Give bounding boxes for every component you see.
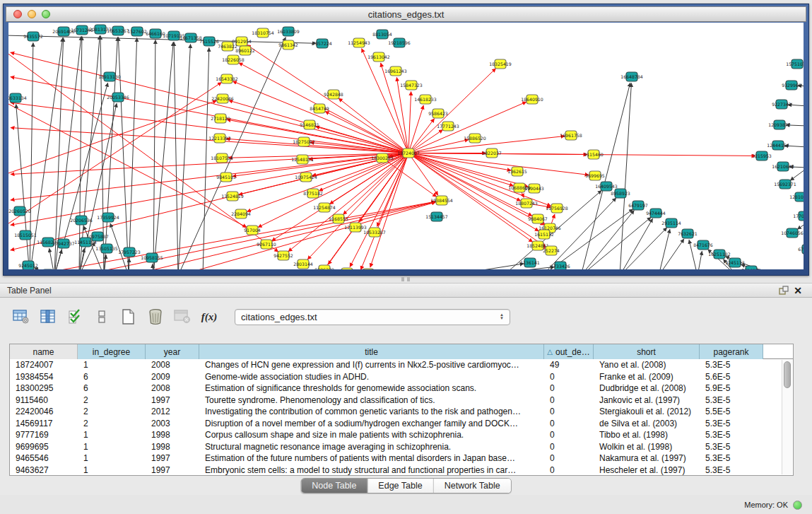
graph-node[interactable]: 18515051: [14, 230, 37, 240]
reference-edge[interactable]: [542, 209, 633, 269]
reference-edge[interactable]: [698, 251, 702, 269]
tab-node-table[interactable]: Node Table: [301, 479, 367, 493]
graph-node[interactable]: 8960122: [235, 46, 255, 55]
graph-node[interactable]: 9245113: [725, 258, 745, 267]
graph-node[interactable]: 10653267: [107, 26, 129, 35]
graph-node[interactable]: 20260520: [8, 206, 31, 216]
graph-node[interactable]: 3215953: [752, 151, 772, 160]
table-row[interactable]: 1938455462009Genome-wide association stu…: [10, 371, 793, 383]
graph-node[interactable]: 16409543: [595, 182, 618, 191]
graph-node[interactable]: 8822037: [482, 148, 502, 158]
graph-node[interactable]: 8471676: [693, 240, 713, 250]
column-header-title[interactable]: title: [199, 344, 544, 359]
float-panel-icon[interactable]: [777, 285, 791, 296]
citation-edge[interactable]: [408, 153, 755, 156]
graph-node[interactable]: 11254874: [313, 203, 336, 212]
graph-node[interactable]: 14618233: [414, 95, 437, 104]
column-header-in_degree[interactable]: in_degree: [78, 344, 146, 359]
reference-edge[interactable]: [797, 222, 804, 229]
graph-node[interactable]: 9227342: [772, 100, 792, 109]
citation-edge[interactable]: [11, 103, 408, 153]
graph-node[interactable]: 19756928: [546, 204, 568, 213]
graph-node[interactable]: 2718120: [211, 114, 230, 123]
select-mode-icon[interactable]: [65, 308, 85, 326]
show-columns-icon[interactable]: [38, 308, 58, 326]
graph-node[interactable]: 10958155: [141, 253, 163, 262]
graph-node[interactable]: 2284094: [231, 209, 251, 218]
citation-edge[interactable]: [8, 51, 278, 252]
scrollbar-thumb[interactable]: [784, 361, 791, 388]
graph-node[interactable]: 10688609: [508, 183, 531, 192]
graph-node[interactable]: 20206536: [70, 216, 93, 225]
table-row[interactable]: 911546021997Tourette syndrome. Phenomeno…: [10, 395, 793, 407]
graph-node[interactable]: 8958923: [611, 189, 630, 198]
graph-node[interactable]: 18807243: [515, 199, 538, 208]
function-builder-icon[interactable]: f(x): [199, 308, 219, 326]
graph-node[interactable]: 16961758: [560, 131, 582, 140]
table-row[interactable]: 2242004622012Investigating the contribut…: [10, 406, 793, 418]
graph-node[interactable]: 15886520: [464, 134, 486, 143]
citation-edge[interactable]: [381, 63, 408, 153]
graph-node[interactable]: 10746056: [781, 228, 804, 238]
table-row[interactable]: 1456911722003Disruption of a novel membe…: [10, 418, 793, 430]
reference-edge[interactable]: [447, 264, 524, 269]
graph-node[interactable]: 19218596: [388, 38, 411, 47]
reference-edge[interactable]: [129, 258, 129, 269]
graph-node[interactable]: 7463822: [218, 42, 237, 51]
graph-node[interactable]: 7694086: [741, 266, 761, 269]
graph-node[interactable]: 2935114: [661, 218, 681, 228]
graph-node[interactable]: 16961243: [384, 66, 407, 76]
reference-edge[interactable]: [581, 217, 651, 269]
graph-node[interactable]: 9242848: [324, 90, 343, 99]
citation-edge[interactable]: [11, 77, 408, 153]
reference-edge[interactable]: [79, 36, 82, 269]
graph-node[interactable]: 9845103: [216, 173, 236, 182]
reference-edge[interactable]: [659, 239, 684, 269]
graph-node[interactable]: 12548131: [291, 155, 314, 164]
reference-edge[interactable]: [475, 267, 554, 269]
graph-node[interactable]: 8186328: [314, 265, 334, 269]
graph-node[interactable]: 1615132: [534, 230, 554, 239]
graph-node[interactable]: 14671358: [180, 33, 202, 42]
citation-edge[interactable]: [339, 98, 408, 153]
table-row[interactable]: 969969511998Structural magnetic resonanc…: [10, 441, 793, 453]
reference-edge[interactable]: [178, 37, 286, 269]
column-header-out_de[interactable]: △out_de…: [544, 344, 594, 359]
graph-node[interactable]: 6794086: [798, 245, 804, 254]
graph-node[interactable]: 18325419: [489, 59, 512, 69]
tab-edge-table[interactable]: Edge Table: [367, 479, 433, 493]
reference-edge[interactable]: [174, 42, 178, 269]
graph-node[interactable]: 9884067: [528, 214, 548, 223]
graph-node[interactable]: 917004: [244, 226, 261, 235]
table-selector-dropdown[interactable]: citations_edges.txt ▲▼: [235, 309, 510, 325]
graph-node[interactable]: 12093872: [768, 120, 791, 129]
reference-edge[interactable]: [203, 47, 209, 269]
table-row[interactable]: 946554611997Estimation of the future num…: [10, 452, 793, 465]
reference-edge[interactable]: [790, 168, 804, 180]
reference-edge[interactable]: [178, 44, 191, 269]
graph-node[interactable]: 13524819: [221, 192, 244, 201]
network-canvas[interactable]: 1872400789129541822605816543382224200462…: [8, 23, 804, 269]
graph-node[interactable]: 1527602: [127, 27, 147, 36]
close-panel-icon[interactable]: ✕: [791, 285, 805, 296]
graph-node[interactable]: 9427552: [273, 251, 293, 260]
table-row[interactable]: 1830029562008Estimation of significance …: [10, 382, 793, 395]
reference-edge[interactable]: [620, 218, 653, 269]
graph-node[interactable]: 20053346: [107, 93, 129, 102]
graph-node[interactable]: 9699695: [585, 171, 605, 180]
graph-node[interactable]: 20633134: [8, 93, 27, 103]
graph-node[interactable]: 16210643: [772, 162, 794, 171]
graph-node[interactable]: 9329966: [782, 81, 801, 90]
graph-node[interactable]: 9115460: [584, 150, 604, 159]
citation-edge[interactable]: [233, 81, 408, 153]
delete-table-icon[interactable]: [146, 308, 165, 326]
splitter-grip-icon[interactable]: [401, 277, 410, 281]
reference-edge[interactable]: [49, 248, 54, 269]
network-window-titlebar[interactable]: citations_edges.txt: [6, 6, 806, 22]
citation-edge[interactable]: [408, 91, 411, 153]
citation-edge[interactable]: [11, 153, 408, 200]
graph-node[interactable]: 11254943: [348, 38, 370, 47]
graph-node[interactable]: 9267110: [257, 240, 276, 249]
reference-edge[interactable]: [620, 83, 631, 269]
citation-edge[interactable]: [8, 102, 247, 227]
